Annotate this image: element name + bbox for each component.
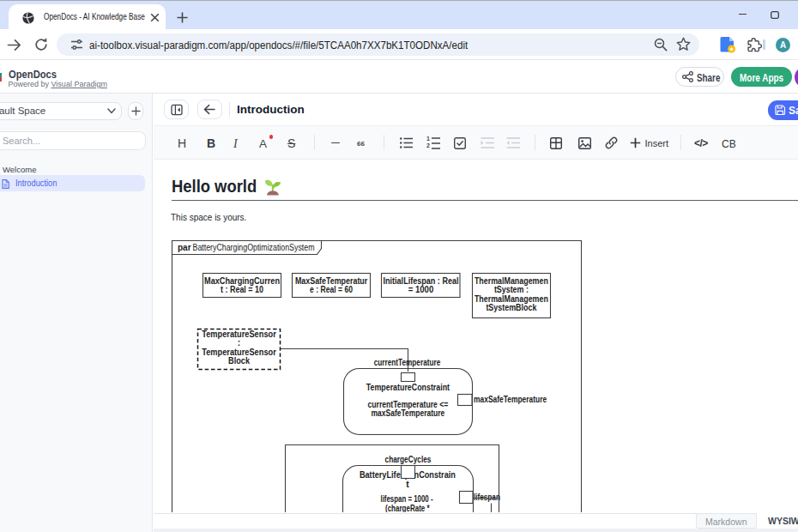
svg-text:currentTemperature: currentTemperature — [374, 357, 441, 367]
svg-text:(chargeRate *: (chargeRate * — [385, 503, 430, 512]
svg-text:t : Real = 10: t : Real = 10 — [221, 284, 263, 294]
svg-text:lifespan = 1000 -: lifespan = 1000 - — [381, 493, 433, 504]
svg-text:e : Real = 60: e : Real = 60 — [310, 284, 353, 294]
svg-text:1: 1 — [426, 136, 430, 142]
svg-text:maxSafeTemperature: maxSafeTemperature — [474, 394, 547, 404]
svg-text:chargeCycles: chargeCycles — [385, 454, 432, 464]
svg-text:par: par — [178, 243, 191, 252]
svg-text:lifespan: lifespan — [474, 492, 500, 502]
svg-text:= 1000: = 1000 — [408, 284, 434, 294]
svg-text:BatteryChargingOptimizationSys: BatteryChargingOptimizationSystem — [193, 243, 315, 252]
svg-text:maxSafeTemperature: maxSafeTemperature — [372, 408, 445, 418]
svg-text:tSystemBlock: tSystemBlock — [486, 302, 536, 312]
svg-text:2: 2 — [426, 142, 430, 148]
svg-text:Block: Block — [228, 355, 250, 366]
svg-text:t: t — [406, 479, 409, 489]
svg-text:TemperatureConstraint: TemperatureConstraint — [366, 382, 450, 392]
